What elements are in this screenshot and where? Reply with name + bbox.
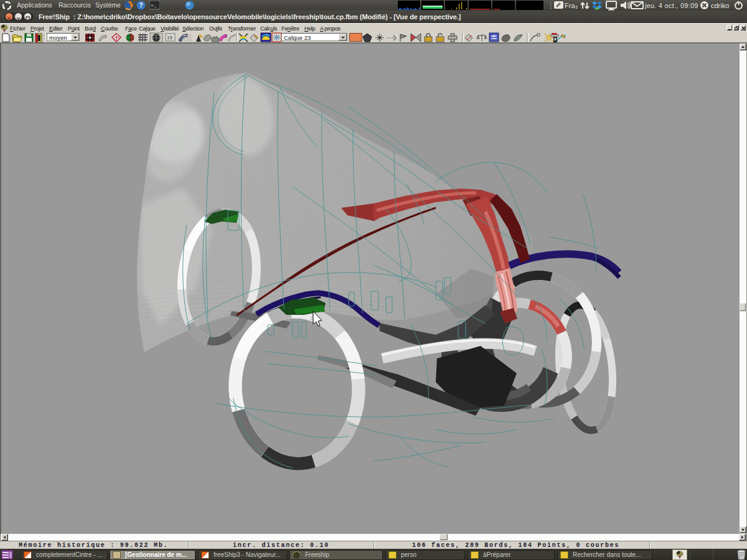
svg-text:cdriko: cdriko <box>711 2 729 9</box>
svg-text:3: 3 <box>575 5 578 9</box>
svg-text:jeu. 4 oct., 09:09: jeu. 4 oct., 09:09 <box>644 2 698 9</box>
svg-text:Fra: Fra <box>565 2 575 9</box>
svg-text:?: ? <box>139 2 143 9</box>
svg-text:15: 15 <box>167 35 172 40</box>
svg-text:>_: >_ <box>151 2 157 8</box>
